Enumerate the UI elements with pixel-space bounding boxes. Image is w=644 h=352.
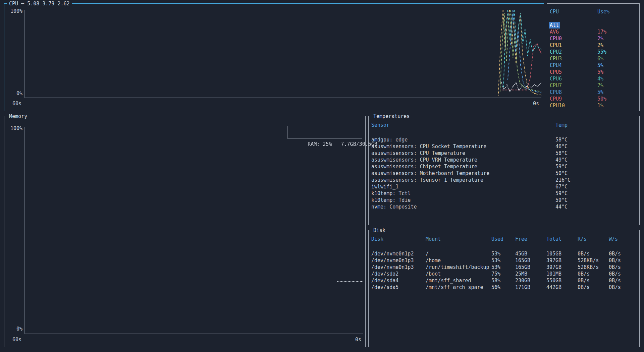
cpu-load-average: 5.08 3.79 2.62 <box>27 0 69 7</box>
memory-panel-title-text: Memory <box>9 113 27 120</box>
cpu-legend-value: 50% <box>597 96 606 102</box>
temperature-row[interactable]: nvme: Composite 44°C <box>369 203 639 210</box>
cpu-legend-label: All <box>549 22 560 28</box>
sensor-temp: 58°C <box>555 150 568 157</box>
ram-usage-legend-text: RAM: 25% 7.7GB/30.5GB <box>308 141 377 147</box>
cpu-legend-label: CPU0 <box>550 35 562 42</box>
memory-panel[interactable]: Memory 100% 0% RAM: 25% 7.7GB/30.5GB 60s… <box>4 116 366 347</box>
temperature-row[interactable]: asuswmisensors: Chipset Temperature 59°C <box>369 163 639 170</box>
sensor-temp: 44°C <box>555 203 568 210</box>
cpu-legend-label: CPU9 <box>550 96 562 102</box>
cpu-legend-panel: CPU Use% All AVG 17% CPU0 2% CPU1 2% CPU… <box>547 3 640 111</box>
temperature-row[interactable]: asuswmisensors: CPU VRM Temperature 49°C <box>369 157 639 163</box>
memory-x-axis-right-label: 0s <box>355 336 361 343</box>
temperature-row[interactable]: iwlwifi_1 67°C <box>369 183 639 190</box>
temperature-row[interactable]: asuswmisensors: CPU Socket Temperature 4… <box>369 143 639 150</box>
temperature-row[interactable]: asuswmisensors: CPU Temperature 58°C <box>369 150 639 157</box>
cpu-legend-label: CPU10 <box>550 102 565 109</box>
sensor-name: k10temp: Tdie <box>371 197 411 203</box>
cpu-panel[interactable]: CPU ─ 5.08 3.79 2.62 100% 0% 60s 0s <box>4 3 544 111</box>
disk-row[interactable]: /dev/sda2 /boot 75% 25MB 101MB 0B/s 0B/s <box>369 271 639 277</box>
disk-device: /dev/nvme0n1p2 <box>371 250 414 257</box>
cpu-legend-value: 4% <box>597 75 603 82</box>
temperature-row[interactable]: asuswmisensors: Motherboard Temperature … <box>369 170 639 177</box>
cpu-legend-value: 7% <box>597 82 603 89</box>
cpu-legend-row-cpu1[interactable]: CPU1 2% <box>547 42 639 49</box>
cpu-legend-label: CPU2 <box>550 49 562 55</box>
sensor-temp: 59°C <box>555 163 568 170</box>
disk-read-rate: 0B/s <box>578 271 590 277</box>
cpu-legend-value: 1% <box>597 102 603 109</box>
temperatures-header-sensor: Sensor <box>371 122 389 128</box>
disk-free: 25MB <box>515 271 527 277</box>
sensor-temp: 67°C <box>555 183 568 190</box>
cpu-legend-value: 17% <box>597 28 606 35</box>
disk-write-rate: 0B/s <box>609 264 621 271</box>
cpu-legend-row-cpu0[interactable]: CPU0 2% <box>547 35 639 42</box>
cpu-legend-row-cpu5[interactable]: CPU5 5% <box>547 69 639 75</box>
sensor-name: asuswmisensors: CPU VRM Temperature <box>371 157 477 163</box>
cpu-legend-label: CPU7 <box>550 82 562 89</box>
disk-used: 58% <box>491 277 500 284</box>
memory-graph-plot <box>24 127 363 334</box>
temperature-row[interactable]: k10temp: Tctl 59°C <box>369 190 639 197</box>
disk-panel: Disk Disk Mount Used Free Total R/s W/s … <box>368 230 640 347</box>
sensor-name: asuswmisensors: Tsensor 1 Temperature <box>371 177 483 183</box>
disk-mount: /mnt/sff_shared <box>426 277 471 284</box>
disk-row[interactable]: /dev/sda5 /mnt/sff_arch_spare 56% 171GB … <box>369 284 639 291</box>
disk-free: 165GB <box>515 257 530 264</box>
disk-total: 397GB <box>546 257 561 264</box>
disk-mount: / <box>426 250 429 257</box>
cpu-legend-rows: All AVG 17% CPU0 2% CPU1 2% CPU2 55% CPU… <box>547 22 639 109</box>
sensor-name: nvme: Composite <box>371 203 417 210</box>
sensor-temp: 46°C <box>555 143 568 150</box>
cpu-title-separator: ─ <box>21 0 24 7</box>
temperature-row[interactable]: amdgpu: edge 58°C <box>369 136 639 143</box>
disk-row[interactable]: /dev/nvme0n1p2 / 53% 45GB 105GB 0B/s 0B/… <box>369 250 639 257</box>
sensor-name: asuswmisensors: CPU Socket Temperature <box>371 143 486 150</box>
disk-write-rate: 0B/s <box>609 250 621 257</box>
cpu-legend-row-cpu6[interactable]: CPU6 4% <box>547 75 639 82</box>
cpu-legend-value: 2% <box>597 42 603 49</box>
disk-device: /dev/sda5 <box>371 284 398 291</box>
sensor-temp: 59°C <box>555 190 568 197</box>
cpu-legend-row-cpu3[interactable]: CPU3 6% <box>547 55 639 62</box>
cpu-legend-row-cpu7[interactable]: CPU7 7% <box>547 82 639 89</box>
cpu-legend-label: CPU5 <box>550 69 562 75</box>
disk-total: 101MB <box>546 271 561 277</box>
disk-used: 56% <box>491 284 500 291</box>
disk-write-rate: 0B/s <box>609 257 621 264</box>
cpu-legend-row-avg[interactable]: AVG 17% <box>547 28 639 35</box>
sensor-temp: 59°C <box>555 197 568 203</box>
disk-used: 75% <box>491 271 500 277</box>
disk-row[interactable]: /dev/nvme0n1p3 /home 53% 165GB 397GB 528… <box>369 257 639 264</box>
cpu-legend-label: CPU8 <box>550 89 562 96</box>
disk-row[interactable]: /dev/sda4 /mnt/sff_shared 58% 230GB 550G… <box>369 277 639 284</box>
temperatures-rows: amdgpu: edge 58°C asuswmisensors: CPU So… <box>369 136 639 210</box>
cpu-legend-row-cpu4[interactable]: CPU4 5% <box>547 62 639 69</box>
cpu-y-axis-min-label: 0% <box>7 90 22 97</box>
cpu-legend-label: CPU4 <box>550 62 562 69</box>
disk-mount: /boot <box>426 271 441 277</box>
cpu-y-axis-max-label: 100% <box>7 8 22 14</box>
temperature-row[interactable]: k10temp: Tdie 59°C <box>369 197 639 203</box>
cpu-legend-row-cpu9[interactable]: CPU9 50% <box>547 96 639 102</box>
cpu-legend-row-cpu2[interactable]: CPU2 55% <box>547 49 639 55</box>
cpu-legend-row-all[interactable]: All <box>547 22 639 28</box>
sensor-temp: 58°C <box>555 136 568 143</box>
disk-device: /dev/nvme0n1p3 <box>371 264 414 271</box>
disk-read-rate: 0B/s <box>578 250 590 257</box>
temperature-row[interactable]: asuswmisensors: Tsensor 1 Temperature 21… <box>369 177 639 183</box>
disk-used: 53% <box>491 257 500 264</box>
cpu-legend-header-cpu: CPU <box>550 8 559 15</box>
temperatures-panel: Temperatures Sensor Temp amdgpu: edge 58… <box>368 116 640 225</box>
sensor-name: iwlwifi_1 <box>371 183 398 190</box>
cpu-panel-title: CPU ─ 5.08 3.79 2.62 <box>7 0 72 7</box>
cpu-legend-row-cpu8[interactable]: CPU8 5% <box>547 89 639 96</box>
disk-read-rate: 528KB/s <box>578 257 599 264</box>
memory-x-axis-left-label: 60s <box>12 336 21 343</box>
cpu-x-axis-left-label: 60s <box>12 100 21 107</box>
disk-total: 442GB <box>546 284 561 291</box>
disk-row[interactable]: /dev/nvme0n1p3 /run/timeshift/backup 53%… <box>369 264 639 271</box>
cpu-legend-row-cpu10[interactable]: CPU10 1% <box>547 102 639 109</box>
